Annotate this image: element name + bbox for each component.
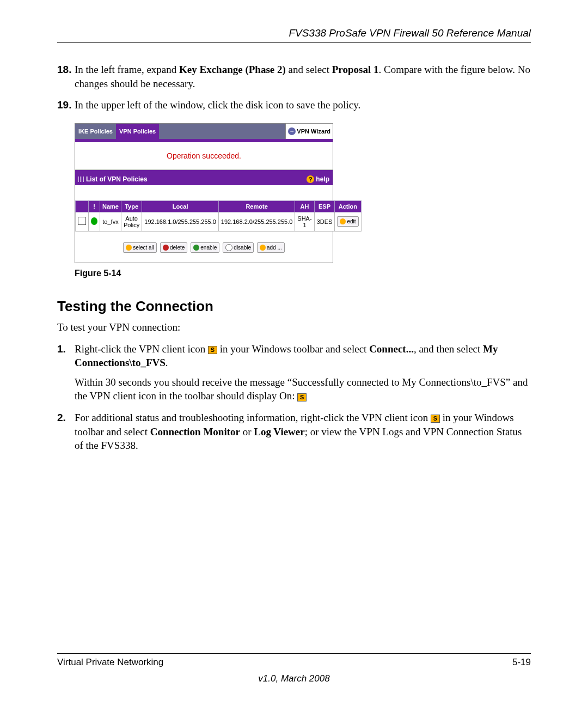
running-header: FVS338 ProSafe VPN Firewall 50 Reference… [57, 27, 531, 39]
row-esp: 3DES [314, 212, 335, 231]
disable-button[interactable]: disable [223, 242, 254, 253]
vpn-policies-screenshot: IKE Policies VPN Policies → VPN Wizard O… [75, 123, 333, 263]
row-name: to_fvx [100, 212, 121, 231]
enable-icon [193, 245, 199, 251]
row-remote: 192.168.2.0/255.255.255.0 [218, 212, 295, 231]
edit-label: edit [347, 218, 356, 224]
proc-1-mid1: in your Windows toolbar and select [217, 343, 369, 355]
delete-button[interactable]: delete [160, 242, 187, 253]
delete-label: delete [170, 245, 185, 251]
header-rule [57, 42, 531, 43]
row-checkbox[interactable] [78, 217, 86, 225]
vpn-wizard-label: VPN Wizard [297, 128, 330, 135]
col-local: Local [142, 200, 219, 212]
intro-paragraph: To test your VPN connection: [57, 320, 531, 334]
select-all-button[interactable]: select all [123, 242, 157, 253]
proc-1-pre: Right-click the VPN client icon [75, 343, 208, 355]
status-message: Operation succeeded. [167, 151, 241, 160]
tab-bar: IKE Policies VPN Policies → VPN Wizard [75, 124, 333, 139]
select-all-icon [126, 245, 132, 251]
tab-vpn-policies[interactable]: VPN Policies [116, 124, 159, 139]
proc-1-bold1: Connect... [369, 343, 414, 355]
vpn-client-icon: S [208, 346, 217, 354]
row-local: 192.168.1.0/255.255.255.0 [142, 212, 219, 231]
disable-icon [225, 244, 232, 251]
section-heading: Testing the Connection [57, 298, 531, 315]
delete-icon [163, 245, 169, 251]
col-action: Action [335, 200, 361, 212]
table-row: to_fvx Auto Policy 192.168.1.0/255.255.2… [76, 212, 362, 231]
add-button[interactable]: add ... [257, 242, 285, 253]
proc-2-or: or [240, 426, 254, 437]
list-header: List of VPN Policies ? help [75, 173, 333, 185]
enable-button[interactable]: enable [191, 242, 219, 253]
figure-5-14: IKE Policies VPN Policies → VPN Wizard O… [75, 123, 531, 278]
step-18-bold2: Proposal 1 [332, 64, 379, 75]
proc-1-num: 1. [57, 342, 75, 404]
vpn-wizard-link[interactable]: → VPN Wizard [285, 124, 333, 139]
col-type: Type [121, 200, 142, 212]
step-19-text: In the upper left of the window, click t… [75, 98, 531, 112]
proc-2-pre: For additional status and troubleshootin… [75, 412, 431, 423]
add-icon [260, 245, 266, 251]
step-18-text: In the left frame, expand Key Exchange (… [75, 63, 531, 90]
col-status: ! [89, 200, 100, 212]
footer-left: Virtual Private Networking [57, 657, 163, 668]
step-19-num: 19. [57, 98, 75, 112]
step-18-pre: In the left frame, expand [75, 64, 179, 75]
list-title: List of VPN Policies [86, 175, 148, 183]
add-label: add ... [267, 245, 282, 251]
edit-button[interactable]: edit [337, 216, 358, 227]
vpn-client-icon-2: S [431, 415, 440, 423]
footer-rule [57, 653, 531, 654]
step-18-mid: and select [286, 64, 332, 75]
edit-icon [340, 218, 346, 224]
select-all-label: select all [133, 245, 154, 251]
status-bar: Operation succeeded. [75, 142, 333, 170]
row-type: Auto Policy [121, 212, 142, 231]
step-18-bold1: Key Exchange (Phase 2) [179, 64, 286, 75]
disable-label: disable [234, 245, 251, 251]
footer-version: v1.0, March 2008 [57, 673, 531, 684]
figure-caption: Figure 5-14 [75, 269, 531, 278]
col-esp: ESP [314, 200, 335, 212]
proc-1-mid2: , and then select [414, 343, 483, 355]
vpn-policies-table: ! Name Type Local Remote AH ESP Action t… [75, 200, 362, 232]
row-ah: SHA-1 [295, 212, 314, 231]
wizard-icon: → [288, 127, 296, 135]
col-name: Name [100, 200, 121, 212]
proc-2-bold2: Log Viewer [254, 426, 304, 437]
tab-ike-policies[interactable]: IKE Policies [75, 124, 116, 139]
help-label: help [316, 175, 329, 183]
list-icon [78, 176, 84, 182]
proc-2-num: 2. [57, 411, 75, 453]
proc-1-text: Right-click the VPN client icon S in you… [75, 342, 531, 404]
button-bar: select all delete enable disable add ... [75, 232, 333, 263]
help-icon: ? [307, 175, 314, 183]
step-18-num: 18. [57, 63, 75, 90]
col-remote: Remote [218, 200, 295, 212]
help-link[interactable]: ? help [307, 175, 329, 183]
col-ah: AH [295, 200, 314, 212]
enable-label: enable [200, 245, 217, 251]
footer-right: 5-19 [512, 657, 531, 668]
status-enabled-icon [91, 217, 97, 225]
proc-2-bold1: Connection Monitor [150, 426, 240, 437]
proc-2-text: For additional status and troubleshootin… [75, 411, 531, 453]
vpn-client-on-icon: S [297, 393, 307, 401]
proc-1-post: . [166, 357, 168, 368]
